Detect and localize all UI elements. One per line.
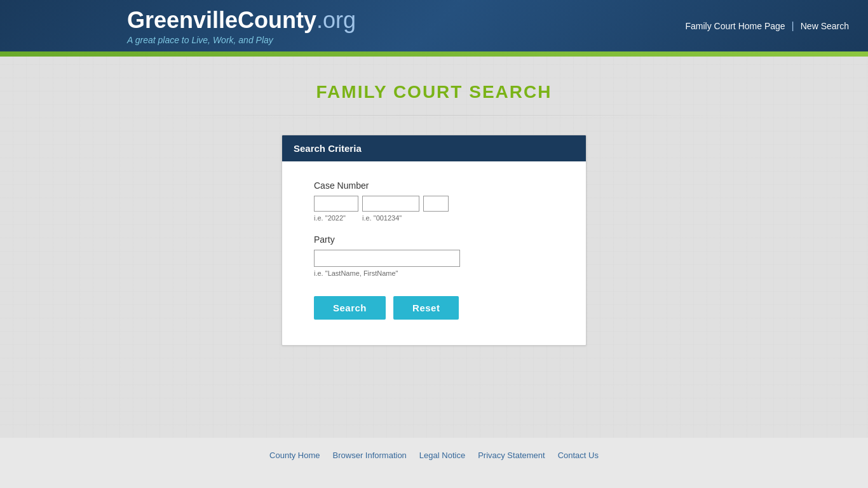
- logo-suffix: .org: [316, 7, 356, 33]
- site-logo: GreenvilleCounty.org: [127, 6, 356, 34]
- page-title: FAMILY COURT SEARCH: [316, 82, 552, 102]
- case-suffix-input[interactable]: [423, 196, 449, 212]
- case-number-hints: i.e. "2022" i.e. "001234": [314, 214, 554, 222]
- footer-link-privacy[interactable]: Privacy Statement: [478, 451, 545, 460]
- number-hint: i.e. "001234": [362, 214, 419, 222]
- party-label: Party: [314, 234, 554, 245]
- year-hint: i.e. "2022": [314, 214, 358, 222]
- reset-button[interactable]: Reset: [393, 296, 459, 320]
- footer-link-legal-notice[interactable]: Legal Notice: [419, 451, 465, 460]
- logo-area: GreenvilleCounty.org A great place to Li…: [127, 6, 356, 45]
- site-footer: County Home Browser Information Legal No…: [0, 438, 868, 473]
- footer-link-browser-info[interactable]: Browser Information: [333, 451, 407, 460]
- case-number-input[interactable]: [362, 196, 419, 212]
- case-year-input[interactable]: [314, 196, 358, 212]
- footer-link-county-home[interactable]: County Home: [269, 451, 320, 460]
- party-hint: i.e. "LastName, FirstName": [314, 269, 554, 277]
- search-button[interactable]: Search: [314, 296, 386, 320]
- header-content: GreenvilleCounty.org A great place to Li…: [0, 0, 868, 51]
- nav-separator: |: [792, 20, 794, 32]
- button-row: Search Reset: [314, 296, 554, 320]
- main-content: FAMILY COURT SEARCH Search Criteria Case…: [0, 57, 868, 438]
- title-divider: [129, 115, 739, 116]
- search-form-container: Search Criteria Case Number i.e. "2022" …: [281, 135, 587, 346]
- nav-family-court-home[interactable]: Family Court Home Page: [685, 21, 785, 31]
- footer-links: County Home Browser Information Legal No…: [13, 451, 855, 460]
- header-nav: Family Court Home Page | New Search: [685, 20, 849, 32]
- case-number-label: Case Number: [314, 180, 554, 191]
- accent-bar: [0, 51, 868, 57]
- logo-bold: GreenvilleCounty: [127, 7, 316, 33]
- search-form-body: Case Number i.e. "2022" i.e. "001234" Pa…: [282, 161, 586, 345]
- nav-new-search[interactable]: New Search: [801, 21, 849, 31]
- search-criteria-header: Search Criteria: [282, 135, 586, 161]
- case-number-inputs: [314, 196, 554, 212]
- footer-link-contact[interactable]: Contact Us: [558, 451, 599, 460]
- logo-tagline: A great place to Live, Work, and Play: [127, 35, 356, 45]
- case-number-group: Case Number i.e. "2022" i.e. "001234": [314, 180, 554, 222]
- party-input[interactable]: [314, 250, 460, 267]
- party-group: Party i.e. "LastName, FirstName": [314, 234, 554, 277]
- site-header: GreenvilleCounty.org A great place to Li…: [0, 0, 868, 51]
